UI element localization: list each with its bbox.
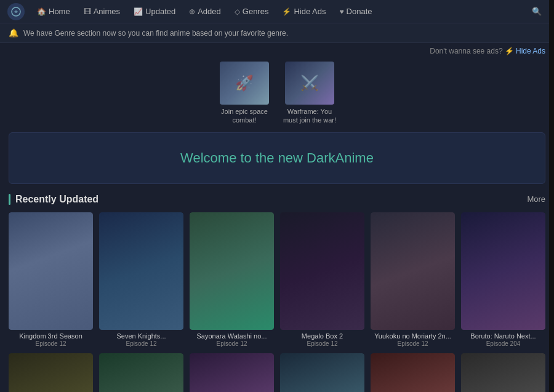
anime-thumbnail: [99, 353, 183, 392]
anime-thumbnail: [280, 212, 364, 330]
anime-thumb-image: [280, 212, 364, 330]
hide-ads-link[interactable]: ⚡ Hide Ads: [505, 47, 545, 55]
site-logo[interactable]: [7, 3, 25, 20]
ad-banner-1[interactable]: 🚀: [220, 62, 269, 105]
anime-thumb-image: [190, 353, 274, 392]
announcement-text: We have Genre section now so you can fin…: [23, 29, 288, 38]
announcement-bar: 🔔 We have Genre section now so you can f…: [0, 23, 554, 43]
nav-donate[interactable]: ♥ Donate: [334, 4, 377, 18]
anime-episode: Episode 12: [9, 340, 93, 347]
anime-card[interactable]: Megalo Box 2 Episode 12: [280, 212, 364, 348]
more-link[interactable]: More: [527, 194, 545, 204]
anime-title: Yuukoku no Moriarty 2n...: [371, 332, 455, 340]
nav-home[interactable]: 🏠 Home: [32, 4, 75, 18]
nav-genres[interactable]: ◇ Genres: [230, 4, 274, 18]
nav-animes[interactable]: 🎞 Animes: [79, 4, 125, 18]
donate-icon: ♥: [339, 7, 343, 16]
welcome-text: Welcome to the new DarkAnime: [22, 150, 532, 166]
section-title: Recently Updated: [9, 194, 98, 205]
anime-thumb-image: [9, 353, 93, 392]
anime-card[interactable]: Boruto: Naruto Next... Episode 204: [461, 212, 545, 348]
hide-ads-link-text: Hide Ads: [516, 47, 545, 55]
anime-thumb-image: [461, 353, 545, 392]
anime-title: Megalo Box 2: [280, 332, 364, 340]
anime-thumbnail: [99, 212, 183, 330]
hide-ads-nav-icon: ⚡: [505, 47, 514, 55]
anime-thumb-image: [461, 212, 545, 330]
anime-thumb-image: [99, 212, 183, 330]
anime-card[interactable]: Sayonara Watashi no... Episode 12: [190, 212, 274, 348]
genres-icon: ◇: [235, 7, 240, 16]
anime-card[interactable]: [371, 353, 455, 392]
anime-card[interactable]: Kingdom 3rd Season Episode 12: [9, 212, 93, 348]
anime-card[interactable]: [461, 353, 545, 392]
hide-ads-bar: Don't wanna see ads? ⚡ Hide Ads: [0, 43, 554, 59]
anime-episode: Episode 12: [190, 340, 274, 347]
anime-title: Boruto: Naruto Next...: [461, 332, 545, 340]
search-button[interactable]: 🔍: [527, 4, 547, 18]
anime-thumbnail: [280, 353, 364, 392]
navbar: 🏠 Home 🎞 Animes 📈 Updated ⊕ Added ◇ Genr…: [0, 0, 554, 23]
anime-card[interactable]: [9, 353, 93, 392]
ad-banner-2[interactable]: ⚔️: [285, 62, 334, 105]
anime-episode: Episode 12: [371, 340, 455, 347]
animes-icon: 🎞: [84, 7, 91, 16]
anime-thumbnail: [371, 353, 455, 392]
added-icon: ⊕: [189, 7, 195, 16]
anime-title: Kingdom 3rd Season: [9, 332, 93, 340]
nav-items: 🏠 Home 🎞 Animes 📈 Updated ⊕ Added ◇ Genr…: [32, 4, 527, 18]
anime-thumb-image: [371, 353, 455, 392]
search-icon: 🔍: [532, 7, 542, 16]
nav-hide-ads[interactable]: ⚡ Hide Ads: [277, 4, 331, 18]
home-icon: 🏠: [37, 7, 46, 16]
updated-icon: 📈: [134, 7, 143, 16]
bell-icon: 🔔: [9, 28, 18, 38]
ad-caption-1: Join epic space combat!: [217, 107, 272, 125]
anime-card[interactable]: Seven Knights... Episode 12: [99, 212, 183, 348]
section-header: Recently Updated More: [9, 194, 545, 205]
ad-section: 🚀 Join epic space combat! ⚔️ Warframe: Y…: [0, 59, 554, 132]
anime-episode: Episode 12: [280, 340, 364, 347]
anime-title: Seven Knights...: [99, 332, 183, 340]
ad-item-2: ⚔️ Warframe: You must join the war!: [282, 62, 337, 125]
anime-thumb-image: [99, 353, 183, 392]
anime-thumb-image: [371, 212, 455, 330]
anime-card[interactable]: Yuukoku no Moriarty 2n... Episode 12: [371, 212, 455, 348]
anime-card[interactable]: [99, 353, 183, 392]
anime-thumb-image: [190, 212, 274, 330]
anime-thumbnail: [9, 353, 93, 392]
hide-ads-icon: ⚡: [282, 7, 291, 16]
anime-thumbnail: [9, 212, 93, 330]
anime-thumb-image: [9, 212, 93, 330]
recently-updated-section: Recently Updated More Kingdom 3rd Season…: [0, 194, 554, 392]
anime-thumbnail: [461, 212, 545, 330]
nav-added[interactable]: ⊕ Added: [184, 4, 226, 18]
anime-thumb-image: [280, 353, 364, 392]
anime-thumbnail: [190, 212, 274, 330]
anime-episode: Episode 204: [461, 340, 545, 347]
nav-updated[interactable]: 📈 Updated: [129, 4, 180, 18]
anime-thumbnail: [371, 212, 455, 330]
anime-thumbnail: [461, 353, 545, 392]
ad-caption-2: Warframe: You must join the war!: [282, 107, 337, 125]
anime-title: Sayonara Watashi no...: [190, 332, 274, 340]
welcome-banner: Welcome to the new DarkAnime: [9, 132, 545, 184]
anime-thumbnail: [190, 353, 274, 392]
anime-episode: Episode 12: [99, 340, 183, 347]
anime-card[interactable]: [280, 353, 364, 392]
anime-grid: Kingdom 3rd Season Episode 12 Seven Knig…: [9, 212, 545, 392]
ad-item-1: 🚀 Join epic space combat!: [217, 62, 272, 125]
dont-want-ads-text: Don't wanna see ads?: [430, 47, 502, 55]
anime-card[interactable]: [190, 353, 274, 392]
